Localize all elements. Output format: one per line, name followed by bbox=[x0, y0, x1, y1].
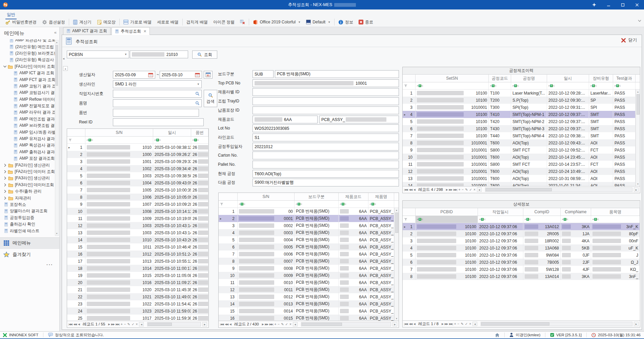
ribbon-button-종료[interactable]: 종료 bbox=[356, 18, 376, 26]
cell[interactable]: 1006 bbox=[85, 194, 153, 201]
table-row[interactable]: 160015PCB 반제품(SMD)6AAPCB_ASSY_ bbox=[219, 315, 394, 321]
cell[interactable]: 26 bbox=[191, 251, 208, 258]
cell[interactable]: 1004 bbox=[85, 179, 153, 186]
table-row[interactable]: 110010PCB 반제품(SMD)6AAPCB_ASSY_ bbox=[219, 279, 394, 286]
cell[interactable]: PASS bbox=[613, 146, 636, 154]
vertical-scrollbar[interactable]: ▲▼ bbox=[394, 208, 399, 321]
cell[interactable]: 3 bbox=[403, 237, 416, 244]
cell[interactable]: S.P(Top) bbox=[511, 97, 547, 104]
cell[interactable]: 10100 bbox=[416, 111, 489, 118]
cell[interactable]: 9 bbox=[67, 201, 85, 208]
ribbon-button-Office 2019 Colorful[interactable]: Office 2019 Colorful▼ bbox=[250, 18, 303, 26]
nav-edit-icon[interactable]: + bbox=[454, 322, 456, 326]
cell[interactable]: 10100 bbox=[416, 266, 478, 273]
cell[interactable]: 3 bbox=[67, 158, 85, 165]
cell[interactable]: 2025-03-10 09:29:33 bbox=[153, 158, 191, 165]
cell[interactable]: S800 bbox=[489, 161, 511, 168]
filter-cell[interactable]: ABC bbox=[339, 201, 368, 207]
table-row[interactable]: 610042025-03-10 09:43:0926 bbox=[67, 179, 208, 186]
column-header-장비유형[interactable]: 장비유형 bbox=[589, 75, 613, 82]
cell[interactable]: 26 bbox=[191, 186, 208, 194]
field-input-Pallet No.[interactable] bbox=[253, 161, 399, 168]
table-row[interactable]: 130012PCB 반제품(SMD)6AAPCB_ASSY_ bbox=[219, 293, 394, 300]
field-input-제품라벨 ID[interactable] bbox=[253, 88, 399, 96]
column-header-공정명[interactable]: 공정명 bbox=[511, 75, 547, 82]
cell[interactable]: 10100 bbox=[416, 237, 478, 244]
table-row[interactable]: 710100T440SMT(Top)-NPM-42022-10-12 09:38… bbox=[403, 132, 636, 139]
cell[interactable]: AOI(Top) bbox=[511, 168, 547, 175]
calendar-icon[interactable] bbox=[195, 73, 200, 77]
cell[interactable]: 10100 bbox=[416, 273, 478, 280]
table-row[interactable]: 1110092025-03-10 10:19:0526 bbox=[67, 215, 208, 222]
cell[interactable]: 26 bbox=[191, 222, 208, 229]
cell[interactable]: 2025-03-10 11:59:30 bbox=[153, 315, 191, 321]
table-row[interactable]: 310012025-03-10 09:29:3326 bbox=[67, 158, 208, 165]
cell[interactable]: 8 bbox=[67, 194, 85, 201]
cell[interactable]: 1021 bbox=[85, 293, 153, 300]
cell[interactable]: 26 bbox=[191, 144, 208, 151]
cell[interactable]: 26 bbox=[191, 243, 208, 251]
table-row[interactable]: 1010082025-03-10 10:14:1326 bbox=[67, 208, 208, 215]
ribbon-button-세로로 배열[interactable]: 세로로 배열 bbox=[154, 18, 181, 26]
cell[interactable]: T600 bbox=[489, 154, 511, 161]
cell[interactable]: PCB 반제품(SMD) bbox=[295, 215, 339, 222]
cell[interactable]: PCB 반제품(SMD) bbox=[295, 229, 339, 236]
cell[interactable]: 1005 bbox=[85, 186, 153, 194]
cell[interactable]: 25 bbox=[67, 315, 85, 321]
scrollbar-thumb[interactable] bbox=[637, 94, 640, 115]
cell[interactable]: 13 bbox=[219, 293, 238, 300]
cell[interactable]: 8 bbox=[403, 273, 416, 280]
sidebar-item-AMP 포장 결과조회[interactable]: AMP 포장 결과조회 bbox=[0, 155, 55, 162]
sidebar-item-수주/출하 관리[interactable]: 수주/출하 관리 bbox=[0, 188, 55, 195]
cell[interactable]: SMT(Top)-NPM-3 bbox=[511, 125, 547, 132]
item-no-input[interactable] bbox=[113, 109, 199, 117]
cell[interactable]: PASS bbox=[613, 111, 636, 118]
cell[interactable]: PCB_ASSY_ bbox=[368, 258, 394, 265]
cell[interactable]: 2025-03-10 10:05:09 bbox=[153, 194, 191, 201]
cell[interactable]: 2025-03-10 10:46:45 bbox=[153, 243, 191, 251]
nav-first-prev-icon[interactable]: ◀ bbox=[414, 188, 415, 191]
cell[interactable]: 26 bbox=[191, 272, 208, 279]
table-row[interactable]: 2101002022-10-12 09:37:062R0051JA80pF bbox=[403, 230, 640, 237]
column-header-S/N[interactable]: S/N bbox=[238, 193, 295, 200]
sidebar-item-AMP 외관검사 및 조회[interactable]: AMP 외관검사 및 조회 bbox=[0, 39, 55, 43]
nav-next-last-icon[interactable]: ▶ bbox=[262, 323, 264, 326]
cell[interactable]: 0008 bbox=[238, 265, 295, 272]
cell[interactable]: PCB_ASSY_ bbox=[368, 229, 394, 236]
column-header-CompID[interactable]: CompID bbox=[523, 208, 561, 216]
cell[interactable]: 6AA bbox=[339, 236, 368, 243]
cell[interactable]: 6AA bbox=[339, 243, 368, 251]
cell[interactable]: 11 bbox=[67, 215, 85, 222]
column-header-제품명[interactable]: 제품명 bbox=[368, 193, 394, 200]
chevron-right-icon[interactable] bbox=[3, 183, 7, 186]
cell[interactable]: 26 bbox=[191, 151, 208, 158]
cell[interactable]: 3KA bbox=[561, 223, 591, 230]
nav-next-last-icon[interactable]: ▶▶| bbox=[269, 323, 273, 326]
filter-cell[interactable]: ABC bbox=[591, 216, 640, 223]
pin-icon[interactable] bbox=[587, 0, 601, 9]
cell[interactable]: SPI bbox=[589, 104, 613, 111]
sidebar-item-AMP 전열제도포 결과 조회[interactable]: AMP 전열제도포 결과 조회 bbox=[0, 103, 55, 109]
table-row[interactable]: ▸410100T410SMT(Top)-NPM-12022-10-12 09:3… bbox=[403, 111, 636, 118]
horizontal-scrollbar[interactable] bbox=[485, 187, 632, 192]
cell[interactable]: PCB 반제품(SMD) bbox=[295, 265, 339, 272]
vertical-scrollbar[interactable]: ▲▼ bbox=[636, 89, 640, 186]
cell[interactable]: 13A068 bbox=[523, 244, 561, 252]
cell[interactable]: 7 bbox=[403, 266, 416, 273]
nav-next-last-icon[interactable]: ▶▶ bbox=[265, 323, 268, 326]
filter-funnel-cell[interactable] bbox=[403, 216, 416, 223]
scroll-up-icon[interactable]: ▲ bbox=[56, 40, 58, 44]
sidebar-item-[FA2라인] 생산관리[interactable]: [FA2라인] 생산관리 bbox=[0, 162, 55, 168]
cell[interactable]: 9 bbox=[403, 146, 416, 154]
cell[interactable]: 1010001 bbox=[416, 175, 489, 182]
ribbon-button-Default[interactable]: Default▼ bbox=[303, 18, 333, 26]
cell[interactable]: PCB_ASSY_ bbox=[368, 251, 394, 258]
cell[interactable]: 1007 bbox=[85, 201, 153, 208]
table-row[interactable]: 1810142025-03-10 11:00:1726 bbox=[67, 265, 208, 272]
table-row[interactable]: ▸20001PCB 반제품(SMD)6AAPCB_ASSY_ bbox=[219, 215, 394, 222]
cell[interactable]: PCB_ASSY_ bbox=[368, 215, 394, 222]
nav-next-last-icon[interactable]: ▶▶ bbox=[449, 188, 452, 191]
table-row[interactable]: 510032025-03-10 09:38:5026 bbox=[67, 172, 208, 179]
cell[interactable]: T200 bbox=[489, 97, 511, 104]
cell[interactable]: 26 bbox=[191, 300, 208, 307]
